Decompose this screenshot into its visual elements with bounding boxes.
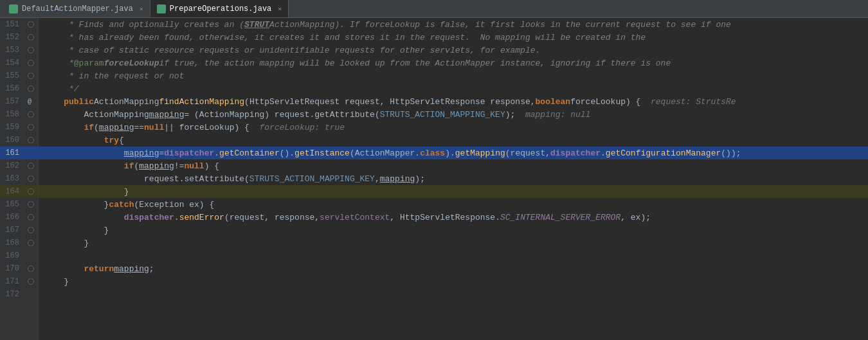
line-row-168: 168 (0, 237, 38, 249)
line-row-172: 172 (0, 288, 38, 301)
code-line-158: ActionMapping mapping = (ActionMapping) … (39, 108, 868, 121)
code-line-151: * Finds and optionally creates an (STRUT… (39, 18, 868, 31)
code-line-169 (39, 249, 868, 262)
code-line-162: if (mapping != null) { (39, 159, 868, 172)
line-number-172: 172 (0, 290, 24, 299)
tab-prepare-operations[interactable]: PrepareOperations.java ✕ (150, 0, 289, 17)
code-line-155: * in the request or not (39, 69, 868, 82)
code-line-167: } (39, 224, 868, 237)
line-number-153: 153 (0, 46, 24, 55)
gutter-167[interactable] (24, 227, 37, 233)
gutter-151[interactable] (24, 21, 37, 28)
gutter-157[interactable]: @ (24, 98, 37, 105)
line-row-156: 156 (0, 82, 38, 95)
line-number-151: 151 (0, 20, 24, 29)
tab-label-1: DefaultActionMapper.java (22, 4, 133, 13)
code-line-154: * @param forceLookup if true, the action… (39, 57, 868, 69)
line-row-153: 153 (0, 44, 38, 57)
tab-close-1[interactable]: ✕ (140, 5, 143, 13)
gutter-160[interactable] (24, 137, 37, 143)
gutter-156[interactable] (24, 85, 37, 92)
tab-close-2[interactable]: ✕ (278, 5, 282, 13)
editor-container: 151 152 153 154 155 156 157 (0, 18, 868, 340)
line-number-157: 157 (0, 97, 24, 106)
line-number-156: 156 (0, 84, 24, 93)
gutter-153[interactable] (24, 47, 37, 53)
line-row-151: 151 (0, 18, 38, 31)
line-number-155: 155 (0, 71, 24, 80)
line-number-159: 159 (0, 123, 24, 132)
gutter-158[interactable] (24, 111, 37, 118)
line-row-154: 154 (0, 57, 38, 69)
line-number-160: 160 (0, 136, 24, 145)
line-number-162: 162 (0, 161, 24, 170)
line-row-163: 163 (0, 172, 38, 185)
code-line-152: * has already been found, otherwise, it … (39, 31, 868, 44)
line-row-170: 170 (0, 262, 38, 275)
gutter-164[interactable] (24, 188, 37, 195)
code-line-170: return mapping; (39, 262, 868, 275)
line-number-166: 166 (0, 213, 24, 222)
line-row-152: 152 (0, 31, 38, 44)
code-line-166: dispatcher.sendError(request, response, … (39, 211, 868, 224)
line-number-163: 163 (0, 174, 24, 183)
gutter-154[interactable] (24, 60, 37, 66)
code-line-157: public ActionMapping findActionMapping(H… (39, 95, 868, 108)
line-number-169: 169 (0, 251, 24, 260)
line-row-155: 155 (0, 69, 38, 82)
line-row-164: 164 (0, 185, 38, 198)
code-line-171: } (39, 275, 868, 288)
code-line-160: try { (39, 134, 868, 147)
gutter-162[interactable] (24, 163, 37, 169)
tab-label-2: PrepareOperations.java (170, 4, 271, 13)
code-line-164: } (39, 185, 868, 198)
code-line-163: request.setAttribute(STRUTS_ACTION_MAPPI… (39, 172, 868, 185)
line-row-161: 161 (0, 147, 38, 159)
code-line-159: if (mapping == null || forceLookup) { fo… (39, 121, 868, 134)
line-row-158: 158 (0, 108, 38, 121)
gutter-170[interactable] (24, 265, 37, 272)
code-line-156: */ (39, 82, 868, 95)
line-row-159: 159 (0, 121, 38, 134)
line-row-171: 171 (0, 275, 38, 288)
line-row-167: 167 (0, 224, 38, 237)
gutter-163[interactable] (24, 175, 37, 182)
gutter-165[interactable] (24, 201, 37, 208)
tab-java-icon-2 (157, 4, 166, 13)
line-number-152: 152 (0, 33, 24, 42)
code-line-153: * case of static resource requests or un… (39, 44, 868, 57)
gutter-155[interactable] (24, 73, 37, 79)
code-line-165: } catch (Exception ex) { (39, 198, 868, 211)
tab-default-action-mapper[interactable]: DefaultActionMapper.java ✕ (3, 0, 150, 17)
line-row-166: 166 (0, 211, 38, 224)
line-number-165: 165 (0, 200, 24, 209)
code-area: * Finds and optionally creates an (STRUT… (39, 18, 868, 340)
code-line-172 (39, 288, 868, 301)
line-row-160: 160 (0, 134, 38, 147)
gutter-159[interactable] (24, 124, 37, 130)
line-number-154: 154 (0, 58, 24, 67)
gutter-171[interactable] (24, 278, 37, 285)
tab-bar: DefaultActionMapper.java ✕ PrepareOperat… (0, 0, 868, 18)
tab-java-icon-1 (9, 4, 18, 13)
line-number-168: 168 (0, 238, 24, 247)
line-number-164: 164 (0, 187, 24, 196)
line-number-161: 161 (0, 148, 24, 157)
line-row-157: 157 @ (0, 95, 38, 108)
gutter-152[interactable] (24, 34, 37, 40)
code-line-161: mapping = dispatcher.getContainer().getI… (39, 147, 868, 159)
gutter-166[interactable] (24, 214, 37, 220)
line-row-162: 162 (0, 159, 38, 172)
line-numbers-area: 151 152 153 154 155 156 157 (0, 18, 39, 340)
code-line-168: } (39, 237, 868, 249)
line-row-165: 165 (0, 198, 38, 211)
line-number-167: 167 (0, 226, 24, 235)
line-number-170: 170 (0, 264, 24, 273)
gutter-168[interactable] (24, 240, 37, 246)
line-row-169: 169 (0, 249, 38, 262)
line-number-171: 171 (0, 277, 24, 286)
line-number-158: 158 (0, 110, 24, 119)
